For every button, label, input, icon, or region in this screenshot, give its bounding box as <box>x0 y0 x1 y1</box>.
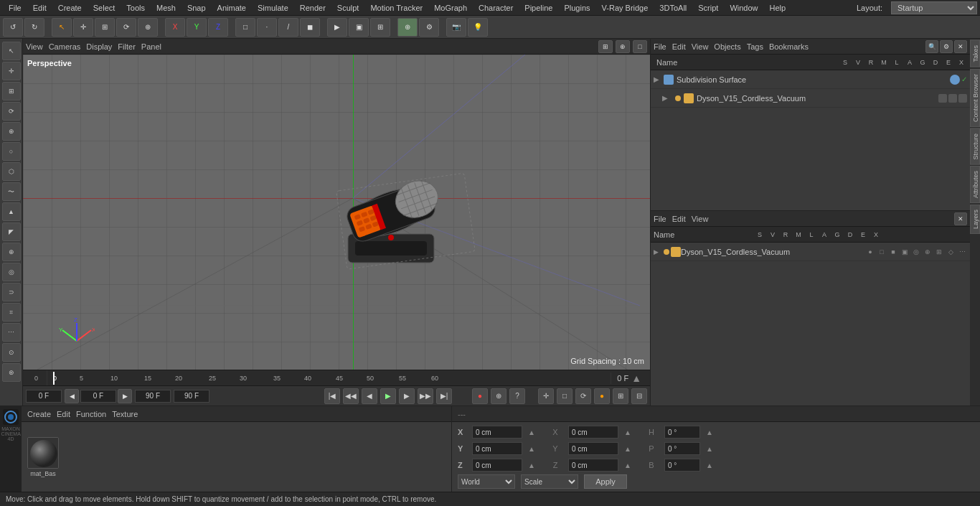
play-btn[interactable]: ▶ <box>380 388 396 404</box>
current-frame-input[interactable] <box>80 390 116 403</box>
obj-tags-menu[interactable]: Tags <box>747 42 763 51</box>
knife-tool[interactable]: ◤ <box>2 222 21 241</box>
move-tool-button[interactable]: ✛ <box>73 18 93 37</box>
menu-animate[interactable]: Animate <box>212 0 252 15</box>
vp-display-menu[interactable]: Display <box>86 42 112 51</box>
world-dropdown[interactable]: World <box>458 474 515 489</box>
scale-dropdown[interactable]: Scale <box>521 474 578 489</box>
transform-button[interactable]: ⊕ <box>138 18 158 37</box>
menu-vray[interactable]: V-Ray Bridge <box>596 0 654 15</box>
create-tool[interactable]: ⊕ <box>2 122 21 141</box>
point-mode-button[interactable]: · <box>257 18 277 37</box>
render-region-btn[interactable]: ▣ <box>349 18 369 37</box>
viewport-3d[interactable]: Perspective X Y Z Grid Spacing : 10 cm <box>23 55 650 370</box>
y-axis-button[interactable]: Y <box>187 18 207 37</box>
frame-back-btn[interactable]: ◀ <box>65 389 79 403</box>
attr-close-btn[interactable]: ✕ <box>954 212 967 225</box>
apply-button[interactable]: Apply <box>584 474 627 489</box>
menu-mesh[interactable]: Mesh <box>151 0 182 15</box>
scale-tool[interactable]: ⊞ <box>2 82 21 100</box>
vp-view-menu[interactable]: View <box>26 42 43 51</box>
playback-icon-1[interactable]: ✛ <box>538 388 554 404</box>
tab-takes[interactable]: Takes <box>970 40 980 67</box>
menu-character[interactable]: Character <box>473 0 519 15</box>
end-frame-input[interactable] <box>135 390 171 403</box>
menu-snap[interactable]: Snap <box>182 0 212 15</box>
obj-row-subdivision[interactable]: ▶ Subdivision Surface ✓ <box>651 70 970 89</box>
vp-icon-1[interactable]: ⊞ <box>598 40 613 53</box>
next-key-btn[interactable]: ▶▶ <box>418 388 433 404</box>
material-item-mat-bas[interactable]: mat_Bas <box>27 437 59 477</box>
menu-render[interactable]: Render <box>294 0 331 15</box>
p-rot-field[interactable] <box>664 442 700 455</box>
menu-script[interactable]: Script <box>692 0 724 15</box>
timeline-ruler[interactable]: 0 0 5 10 15 20 25 30 35 40 45 50 <box>23 370 650 385</box>
tab-content-browser[interactable]: Content Browser <box>970 69 980 127</box>
obj-file-menu[interactable]: File <box>654 42 666 51</box>
step-fwd-btn[interactable]: ▶ <box>399 388 415 404</box>
mat-create-menu[interactable]: Create <box>27 410 51 418</box>
obj-search-btn[interactable]: 🔍 <box>925 40 938 53</box>
menu-edit[interactable]: Edit <box>27 0 52 15</box>
brush-tool[interactable]: ◎ <box>2 263 21 281</box>
z-pos-field[interactable] <box>472 459 522 472</box>
playback-icon-5[interactable]: ⊞ <box>613 388 628 404</box>
frame-up-arrow[interactable]: ▲ <box>631 373 641 384</box>
tab-structure[interactable]: Structure <box>970 128 980 165</box>
camera-btn[interactable]: 📷 <box>446 18 466 37</box>
extrude-tool[interactable]: ▲ <box>2 202 21 221</box>
menu-tools[interactable]: Tools <box>121 0 151 15</box>
menu-mograph[interactable]: MoGraph <box>428 0 473 15</box>
sculpt-tool[interactable]: ⊙ <box>2 343 21 362</box>
cursor-tool[interactable]: ↖ <box>2 42 21 60</box>
prev-key-btn[interactable]: ◀◀ <box>343 388 359 404</box>
vp-filter-menu[interactable]: Filter <box>118 42 135 51</box>
x-axis-button[interactable]: X <box>165 18 185 37</box>
move-tool[interactable]: ✛ <box>2 62 21 80</box>
z-axis-button[interactable]: Z <box>208 18 228 37</box>
circle-tool[interactable]: ○ <box>2 142 21 161</box>
obj-view-menu[interactable]: View <box>692 42 709 51</box>
x-size-field[interactable] <box>568 426 618 439</box>
start-frame-input[interactable] <box>26 390 62 403</box>
obj-close-btn[interactable]: ✕ <box>954 40 967 53</box>
frame-fwd-btn[interactable]: ▶ <box>118 389 132 403</box>
obj-edit-menu[interactable]: Edit <box>672 42 686 51</box>
obj-row-dyson[interactable]: ▶ Dyson_V15_Cordless_Vacuum <box>651 89 970 108</box>
snap-settings-btn[interactable]: ⚙ <box>419 18 439 37</box>
mat-edit-menu[interactable]: Edit <box>57 410 70 418</box>
undo-button[interactable]: ↺ <box>3 18 23 37</box>
tab-layers[interactable]: Layers <box>970 205 980 234</box>
b-rot-field[interactable] <box>664 459 700 472</box>
record-btn[interactable]: ● <box>472 388 488 404</box>
tab-attributes[interactable]: Attributes <box>970 166 980 203</box>
menu-simulate[interactable]: Simulate <box>252 0 294 15</box>
attr-file-menu[interactable]: File <box>654 215 666 223</box>
menu-select[interactable]: Select <box>88 0 121 15</box>
h-rot-field[interactable] <box>664 426 700 439</box>
y-size-field[interactable] <box>568 442 618 455</box>
paint-tool[interactable]: ⊃ <box>2 283 21 301</box>
obj-settings-btn[interactable]: ⚙ <box>940 40 953 53</box>
redo-button[interactable]: ↻ <box>24 18 44 37</box>
auto-key-btn[interactable]: ⊕ <box>491 388 507 404</box>
render-end-input[interactable] <box>174 390 209 403</box>
obj-expand-arrow[interactable]: ▶ <box>654 75 664 83</box>
hair-tool[interactable]: ⊛ <box>2 363 21 382</box>
snap-btn[interactable]: ⊕ <box>397 18 418 37</box>
playback-icon-6[interactable]: ⊟ <box>631 388 647 404</box>
step-back-btn[interactable]: ◀ <box>362 388 377 404</box>
uv-tool[interactable]: ⌗ <box>2 303 21 322</box>
obj-objects-menu[interactable]: Objects <box>714 42 740 51</box>
menu-plugins[interactable]: Plugins <box>558 0 595 15</box>
playback-icon-2[interactable]: □ <box>557 388 573 404</box>
magnet-tool[interactable]: ⊕ <box>2 243 21 261</box>
key-select-btn[interactable]: ? <box>509 388 525 404</box>
menu-file[interactable]: File <box>3 0 27 15</box>
render-btn[interactable]: ▶ <box>327 18 347 37</box>
vp-cameras-menu[interactable]: Cameras <box>49 42 81 51</box>
edge-mode-button[interactable]: / <box>278 18 298 37</box>
obj-bookmarks-menu[interactable]: Bookmarks <box>769 42 809 51</box>
x-pos-field[interactable] <box>472 426 522 439</box>
menu-help[interactable]: Help <box>764 0 792 15</box>
